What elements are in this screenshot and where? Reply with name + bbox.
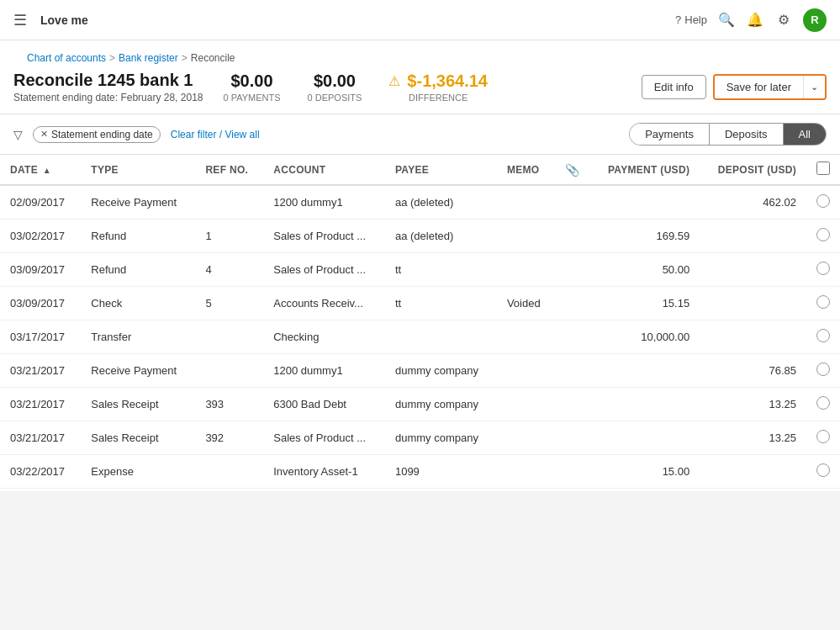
table-row[interactable]: 03/02/2017Refund1Sales of Product ...aa … bbox=[0, 220, 840, 253]
save-later-caret-button[interactable]: ⌄ bbox=[803, 76, 825, 98]
cell-type: Transfer bbox=[81, 320, 195, 354]
breadcrumb-current: Reconcile bbox=[191, 52, 235, 64]
cell-payment bbox=[589, 421, 700, 455]
cell-checkbox[interactable] bbox=[806, 185, 840, 220]
cell-payment bbox=[589, 489, 700, 492]
table-row[interactable]: 03/25/2017Deposit- Split -30.00 bbox=[0, 489, 840, 492]
cell-checkbox[interactable] bbox=[806, 253, 840, 287]
table-wrapper: DATE ▲ TYPE REF NO. ACCOUNT PAYEE MEMO 📎… bbox=[0, 155, 840, 491]
transactions-table: DATE ▲ TYPE REF NO. ACCOUNT PAYEE MEMO 📎… bbox=[0, 155, 840, 491]
cell-checkbox[interactable] bbox=[806, 421, 840, 455]
cell-payment: 15.00 bbox=[589, 455, 700, 489]
cell-payee bbox=[385, 320, 497, 354]
cell-memo bbox=[497, 253, 555, 287]
warning-icon: ⚠ bbox=[388, 73, 400, 89]
cell-memo bbox=[497, 220, 555, 253]
hamburger-menu-icon[interactable]: ☰ bbox=[13, 11, 27, 29]
app-title: Love me bbox=[40, 13, 675, 27]
tab-payments[interactable]: Payments bbox=[630, 124, 710, 145]
page-subtitle: Statement ending date: February 28, 2018 bbox=[13, 92, 203, 103]
row-checkbox[interactable] bbox=[816, 463, 830, 477]
cell-account: 1200 dummy1 bbox=[263, 185, 385, 220]
cell-date: 02/09/2017 bbox=[0, 185, 81, 220]
payments-value: $0.00 bbox=[224, 71, 281, 91]
table-row[interactable]: 03/21/2017Sales Receipt392Sales of Produ… bbox=[0, 421, 840, 455]
row-checkbox[interactable] bbox=[816, 396, 830, 410]
tab-all[interactable]: All bbox=[784, 124, 826, 145]
cell-checkbox[interactable] bbox=[806, 489, 840, 492]
breadcrumb-chart-of-accounts[interactable]: Chart of accounts bbox=[27, 52, 106, 64]
save-later-button[interactable]: Save for later bbox=[715, 76, 803, 98]
cell-deposit: 462.02 bbox=[700, 185, 806, 220]
difference-value: $-1,364.14 bbox=[407, 71, 488, 91]
cell-payment bbox=[589, 388, 700, 421]
cell-ref: 5 bbox=[195, 287, 263, 320]
sort-arrow-icon: ▲ bbox=[43, 166, 51, 175]
user-avatar[interactable]: R bbox=[803, 8, 827, 32]
attachment-icon: 📎 bbox=[565, 163, 579, 177]
cell-memo bbox=[497, 388, 555, 421]
table-row[interactable]: 02/09/2017Receive Payment1200 dummy1aa (… bbox=[0, 185, 840, 220]
row-checkbox[interactable] bbox=[816, 363, 830, 376]
deposits-stat: $0.00 0 DEPOSITS bbox=[308, 71, 362, 103]
cell-date: 03/17/2017 bbox=[0, 320, 81, 354]
table-row[interactable]: 03/21/2017Receive Payment1200 dummy1dumm… bbox=[0, 354, 840, 388]
col-account: ACCOUNT bbox=[263, 155, 385, 185]
cell-payee: dummy company bbox=[385, 421, 497, 455]
row-checkbox[interactable] bbox=[816, 295, 830, 309]
filter-icon[interactable]: ▽ bbox=[13, 128, 23, 141]
view-tabs: Payments Deposits All bbox=[629, 123, 827, 146]
cell-deposit: 13.25 bbox=[700, 388, 806, 421]
cell-checkbox[interactable] bbox=[806, 287, 840, 320]
cell-checkbox[interactable] bbox=[806, 388, 840, 421]
cell-checkbox[interactable] bbox=[806, 455, 840, 489]
cell-checkbox[interactable] bbox=[806, 320, 840, 354]
edit-info-button[interactable]: Edit info bbox=[642, 75, 706, 99]
col-date[interactable]: DATE ▲ bbox=[0, 155, 81, 185]
cell-attachment bbox=[555, 287, 589, 320]
header-stats: $0.00 0 PAYMENTS $0.00 0 DEPOSITS ⚠ $-1,… bbox=[224, 71, 621, 103]
cell-attachment bbox=[555, 185, 589, 220]
settings-icon[interactable]: ⚙ bbox=[774, 11, 793, 29]
row-checkbox[interactable] bbox=[816, 329, 830, 342]
cell-payee: dummy company bbox=[385, 354, 497, 388]
filter-tag-close[interactable]: ✕ bbox=[40, 129, 48, 140]
payments-label: 0 PAYMENTS bbox=[224, 93, 281, 103]
cell-account: 6300 Bad Debt bbox=[263, 388, 385, 421]
select-all-checkbox[interactable] bbox=[816, 161, 830, 175]
cell-payee: dummy company bbox=[385, 388, 497, 421]
table-row[interactable]: 03/21/2017Sales Receipt3936300 Bad Debtd… bbox=[0, 388, 840, 421]
breadcrumb-bank-register[interactable]: Bank register bbox=[119, 52, 178, 64]
cell-date: 03/22/2017 bbox=[0, 455, 81, 489]
search-icon[interactable]: 🔍 bbox=[717, 11, 736, 29]
tab-deposits[interactable]: Deposits bbox=[710, 124, 784, 145]
table-row[interactable]: 03/09/2017Check5Accounts Receiv...ttVoid… bbox=[0, 287, 840, 320]
table-row[interactable]: 03/22/2017ExpenseInventory Asset-1109915… bbox=[0, 455, 840, 489]
cell-deposit: 30.00 bbox=[700, 489, 806, 492]
cell-ref bbox=[195, 320, 263, 354]
col-date-label: DATE bbox=[10, 164, 38, 176]
notifications-icon[interactable]: 🔔 bbox=[746, 11, 764, 29]
cell-payment: 169.59 bbox=[589, 220, 700, 253]
table-row[interactable]: 03/17/2017TransferChecking10,000.00 bbox=[0, 320, 840, 354]
cell-checkbox[interactable] bbox=[806, 220, 840, 253]
cell-account: - Split - bbox=[263, 489, 385, 492]
cell-payment: 10,000.00 bbox=[589, 320, 700, 354]
col-select-all[interactable] bbox=[806, 155, 840, 185]
col-payee: PAYEE bbox=[385, 155, 497, 185]
clear-filter-link[interactable]: Clear filter / View all bbox=[171, 129, 260, 140]
col-memo: MEMO bbox=[497, 155, 555, 185]
table-row[interactable]: 03/09/2017Refund4Sales of Product ...tt5… bbox=[0, 253, 840, 287]
difference-label: DIFFERENCE bbox=[388, 93, 488, 103]
row-checkbox[interactable] bbox=[816, 430, 830, 443]
row-checkbox[interactable] bbox=[816, 228, 830, 241]
cell-ref bbox=[195, 354, 263, 388]
cell-account: Accounts Receiv... bbox=[263, 287, 385, 320]
cell-ref: 393 bbox=[195, 388, 263, 421]
cell-ref bbox=[195, 455, 263, 489]
cell-payment bbox=[589, 185, 700, 220]
row-checkbox[interactable] bbox=[816, 262, 830, 275]
cell-checkbox[interactable] bbox=[806, 354, 840, 388]
row-checkbox[interactable] bbox=[816, 194, 830, 208]
help-button[interactable]: ? Help bbox=[675, 13, 707, 26]
